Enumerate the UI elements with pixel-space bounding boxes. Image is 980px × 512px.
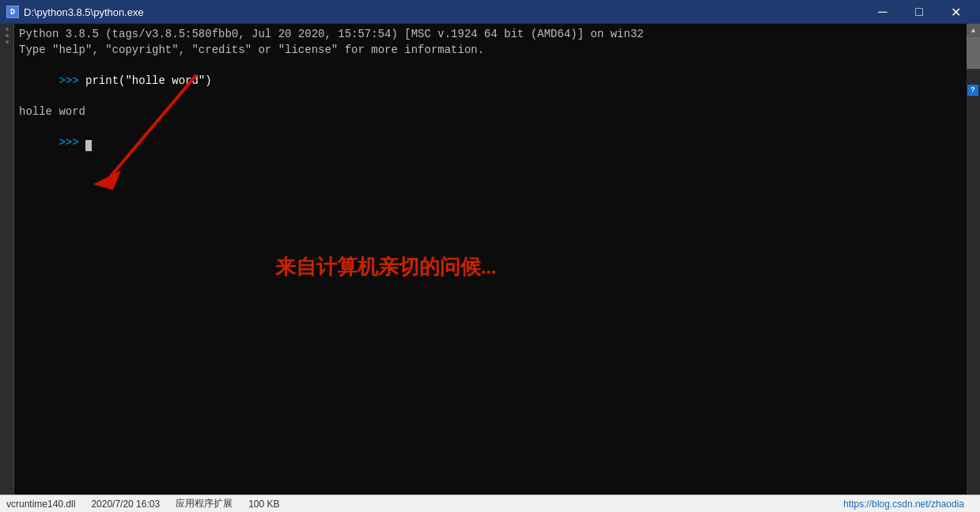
sidebar-dot (6, 40, 9, 44)
bottom-type: 应用程序扩展 (176, 497, 233, 510)
main-area: Python 3.8.5 (tags/v3.8.5:580fbb0, Jul 2… (0, 24, 980, 512)
terminal-line-2: Type "help", "copyright", "credits" or "… (19, 43, 962, 59)
scroll-track[interactable]: ? (967, 37, 980, 499)
scroll-indicator: ? (967, 85, 978, 96)
title-bar: D D:\python3.8.5\python.exe ─ □ ✕ (0, 0, 980, 24)
bottom-size: 100 KB (248, 499, 279, 510)
title-bar-left: D D:\python3.8.5\python.exe (6, 6, 144, 18)
watermark-url: https://blog.csdn.net/zhaodia (843, 499, 964, 510)
left-sidebar (0, 24, 14, 512)
terminal-output: holle word (19, 104, 962, 120)
terminal-window[interactable]: Python 3.8.5 (tags/v3.8.5:580fbb0, Jul 2… (14, 24, 967, 512)
bottom-date: 2020/7/20 16:03 (91, 499, 160, 510)
sidebar-dot (6, 34, 9, 37)
svg-marker-1 (93, 170, 121, 190)
terminal-line-3: >>> print("holle word") (19, 58, 962, 104)
prompt-2: >>> (59, 136, 85, 149)
maximize-button[interactable]: □ (901, 0, 937, 24)
terminal-line-1: Python 3.8.5 (tags/v3.8.5:580fbb0, Jul 2… (19, 27, 962, 43)
terminal-line-5: >>> (19, 120, 962, 167)
minimize-button[interactable]: ─ (865, 0, 901, 24)
sidebar-dot (6, 28, 9, 31)
scroll-up-arrow[interactable]: ▲ (967, 24, 980, 37)
command-1: print("holle word") (85, 74, 212, 87)
scrollbar[interactable]: ▲ ? ▼ (967, 24, 980, 512)
window-controls: ─ □ ✕ (865, 0, 974, 24)
bottom-status-bar: vcruntime140.dll 2020/7/20 16:03 应用程序扩展 … (0, 495, 980, 512)
scroll-thumb[interactable] (967, 37, 980, 69)
window-title: D:\python3.8.5\python.exe (24, 6, 144, 18)
prompt-1: >>> (59, 74, 85, 87)
cursor (85, 140, 92, 151)
close-button[interactable]: ✕ (937, 0, 974, 24)
annotation-text: 来自计算机亲切的问候... (275, 253, 497, 282)
bottom-filename: vcruntime140.dll (6, 499, 75, 510)
app-icon: D (6, 6, 19, 18)
